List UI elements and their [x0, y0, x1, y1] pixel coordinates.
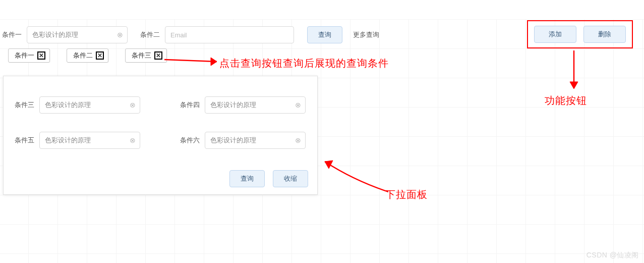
annotation-arrow	[160, 50, 226, 71]
panel-field-label: 条件三	[15, 100, 34, 110]
annotation-arrow	[318, 156, 393, 202]
field1-value: 色彩设计的原理	[32, 30, 78, 39]
tag-label: 条件一	[15, 51, 34, 60]
query-button[interactable]: 查询	[307, 26, 342, 43]
close-icon[interactable]: ✕	[37, 51, 45, 60]
panel-field-value: 色彩设计的原理	[210, 100, 256, 110]
tag-chip[interactable]: 条件二 ✕	[67, 48, 108, 63]
field-condition-2: 条件二 Email	[140, 26, 294, 43]
field1-input[interactable]: 色彩设计的原理 ⊗	[27, 26, 128, 43]
field-condition-1: 条件一 色彩设计的原理 ⊗	[2, 26, 128, 43]
annotation-dropdown-panel: 下拉面板	[385, 188, 428, 201]
panel-field-input[interactable]: 色彩设计的原理 ⊗	[39, 132, 140, 149]
clear-icon[interactable]: ⊗	[294, 136, 302, 144]
panel-field-label: 条件五	[15, 136, 34, 145]
tag-label: 条件二	[73, 51, 93, 60]
panel-field-label: 条件六	[180, 136, 200, 145]
clear-icon[interactable]: ⊗	[116, 31, 124, 39]
field2-placeholder: Email	[170, 31, 187, 39]
tag-chip[interactable]: 条件一 ✕	[8, 48, 50, 63]
dropdown-panel: 条件三 色彩设计的原理 ⊗ 条件四 色彩设计的原理 ⊗ 条件五 色彩设计的原理 …	[3, 76, 318, 195]
watermark: CSDN @仙凌阁	[587, 251, 639, 260]
delete-button[interactable]: 删除	[583, 26, 626, 43]
panel-field: 条件六 色彩设计的原理 ⊗	[180, 132, 306, 149]
panel-field-value: 色彩设计的原理	[45, 136, 91, 145]
panel-collapse-button[interactable]: 收缩	[273, 170, 308, 187]
panel-field: 条件四 色彩设计的原理 ⊗	[180, 96, 306, 114]
close-icon[interactable]: ✕	[96, 51, 104, 60]
action-button-group: 添加 删除	[527, 20, 633, 48]
field2-input[interactable]: Email	[165, 26, 294, 43]
panel-field-value: 色彩设计的原理	[45, 100, 91, 110]
panel-field-input[interactable]: 色彩设计的原理 ⊗	[205, 96, 306, 114]
svg-marker-2	[325, 161, 333, 169]
tag-label: 条件三	[132, 51, 151, 60]
panel-field: 条件五 色彩设计的原理 ⊗	[15, 132, 140, 149]
panel-field-input[interactable]: 色彩设计的原理 ⊗	[39, 96, 140, 114]
panel-field-value: 色彩设计的原理	[210, 136, 256, 145]
panel-field: 条件三 色彩设计的原理 ⊗	[15, 96, 140, 114]
panel-field-input[interactable]: 色彩设计的原理 ⊗	[205, 132, 306, 149]
panel-query-button[interactable]: 查询	[229, 170, 265, 187]
more-query-link[interactable]: 更多查询	[353, 30, 379, 39]
svg-line-0	[164, 60, 217, 62]
clear-icon[interactable]: ⊗	[294, 101, 302, 109]
annotation-query-chips: 点击查询按钮查询后展现的查询条件	[219, 57, 389, 70]
svg-marker-4	[570, 82, 578, 89]
clear-icon[interactable]: ⊗	[129, 101, 137, 109]
svg-marker-1	[211, 58, 217, 66]
annotation-arrow	[564, 48, 584, 93]
top-strip	[0, 0, 644, 19]
field1-label: 条件一	[2, 30, 22, 39]
panel-field-label: 条件四	[180, 100, 200, 110]
clear-icon[interactable]: ⊗	[129, 136, 137, 144]
field2-label: 条件二	[140, 30, 160, 39]
annotation-action-buttons: 功能按钮	[545, 94, 587, 108]
tag-chip[interactable]: 条件三 ✕	[125, 48, 167, 63]
add-button[interactable]: 添加	[534, 26, 576, 43]
panel-actions: 查询 收缩	[229, 170, 308, 187]
close-icon[interactable]: ✕	[154, 51, 162, 60]
